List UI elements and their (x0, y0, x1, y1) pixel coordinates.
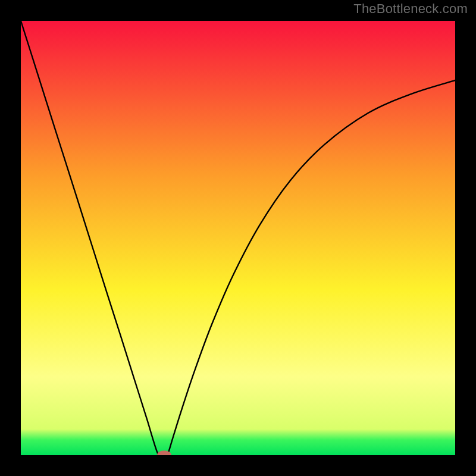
plot-area (21, 21, 455, 455)
gradient-background (21, 21, 455, 455)
chart-frame: TheBottleneck.com (0, 0, 476, 476)
chart-svg (21, 21, 455, 455)
watermark-text: TheBottleneck.com (353, 1, 468, 17)
